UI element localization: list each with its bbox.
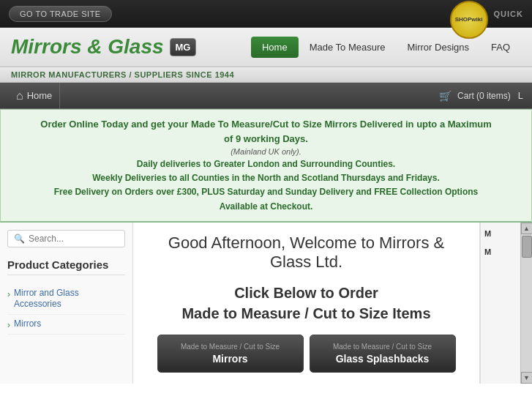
right-panel-item-2: M <box>484 247 517 258</box>
promo-line5: Weekly Deliveries to all Counties in the… <box>15 171 517 185</box>
promo-banner: Order Online Today and get your Made To … <box>0 109 532 223</box>
logo-area: Mirrors & Glass MG <box>11 35 196 59</box>
nav-item-made-to-measure[interactable]: Made To Measure <box>299 37 397 58</box>
category-arrow-icon: › <box>7 289 10 299</box>
quick-label: QUICK <box>494 10 523 18</box>
welcome-title: Good Afternoon, Welcome to Mirrors & Gla… <box>148 234 465 272</box>
category-label-mirrors: Mirrors <box>14 318 41 330</box>
login-area[interactable]: L <box>518 90 523 101</box>
splashbacks-button-main: Glass Splashbacks <box>321 353 444 365</box>
mirrors-button[interactable]: Made to Measure / Cut to Size Mirrors <box>157 335 304 373</box>
sidebar: 🔍 Product Categories › Mirror and Glass … <box>0 223 133 384</box>
login-label: L <box>518 90 523 101</box>
promo-line1: Order Online Today and get your Made To … <box>15 117 517 132</box>
home-nav-item[interactable]: ⌂ Home <box>9 83 60 108</box>
scroll-track <box>521 234 533 372</box>
logo-badge: MG <box>170 38 197 56</box>
cta-line1: Click Below to Order <box>234 285 378 301</box>
promo-line3: (Mainland UK only). <box>15 147 517 156</box>
promo-line6: Free Delivery on Orders over £300, PLUS … <box>15 185 517 199</box>
splashbacks-button[interactable]: Made to Measure / Cut to Size Glass Spla… <box>310 335 456 373</box>
go-to-trade-button[interactable]: GO TO TRADE SITE <box>9 6 112 22</box>
right-panel: M M <box>480 223 520 384</box>
shopwiki-badge: SHOPwiki <box>450 1 488 39</box>
home-icon: ⌂ <box>16 89 23 102</box>
mirrors-button-sub: Made to Measure / Cut to Size <box>169 343 292 351</box>
scroll-up-button[interactable]: ▲ <box>521 223 533 234</box>
tagline-text: MIRROR MANUFACTURERS / SUPPLIERS SINCE 1… <box>11 70 234 79</box>
cart-label: Cart (0 items) <box>457 91 511 101</box>
category-arrow-icon-2: › <box>7 320 10 330</box>
category-label-accessories: Mirror and Glass Accessories <box>14 288 125 310</box>
cta-text: Click Below to Order Made to Measure / C… <box>148 283 465 324</box>
cart-icon: 🛒 <box>439 90 452 102</box>
splashbacks-button-sub: Made to Measure / Cut to Size <box>321 343 444 351</box>
nav-item-mirror-designs[interactable]: Mirror Designs <box>396 37 480 58</box>
cart-area[interactable]: 🛒 Cart (0 items) <box>439 90 511 102</box>
logo-text: Mirrors & Glass <box>11 35 164 59</box>
main-content: Good Afternoon, Welcome to Mirrors & Gla… <box>133 223 480 384</box>
right-panel-item-1: M <box>484 228 517 239</box>
product-categories-title: Product Categories <box>7 258 125 275</box>
nav-item-faq[interactable]: FAQ <box>480 37 521 58</box>
product-buttons: Made to Measure / Cut to Size Mirrors Ma… <box>148 335 465 373</box>
scrollbar: ▲ ▼ <box>520 223 532 384</box>
nav-item-home[interactable]: Home <box>251 37 299 58</box>
cta-line2: Made to Measure / Cut to Size Items <box>181 305 430 321</box>
main-header: Mirrors & Glass MG Home Made To Measure … <box>0 28 532 67</box>
scroll-thumb[interactable] <box>522 236 532 258</box>
scroll-down-button[interactable]: ▼ <box>521 372 533 384</box>
promo-line2: of 9 working Days. <box>15 132 517 146</box>
top-bar: GO TO TRADE SITE SHOPwiki QUICK <box>0 0 532 28</box>
search-input[interactable] <box>29 234 119 244</box>
content-wrapper: 🔍 Product Categories › Mirror and Glass … <box>0 223 532 384</box>
secondary-nav: ⌂ Home 🛒 Cart (0 items) L <box>0 83 532 109</box>
promo-line4: Daily deliveries to Greater London and S… <box>15 157 517 171</box>
tagline-bar: MIRROR MANUFACTURERS / SUPPLIERS SINCE 1… <box>0 67 532 83</box>
category-item-mirrors[interactable]: › Mirrors <box>7 315 125 335</box>
category-item-accessories[interactable]: › Mirror and Glass Accessories <box>7 284 125 315</box>
search-box[interactable]: 🔍 <box>7 230 125 247</box>
home-nav-label: Home <box>27 90 53 101</box>
mirrors-button-main: Mirrors <box>169 353 292 365</box>
promo-line7: Available at Checkout. <box>15 200 517 214</box>
search-icon: 🔍 <box>14 234 25 244</box>
top-bar-right: SHOPwiki QUICK <box>450 0 523 33</box>
main-nav: Home Made To Measure Mirror Designs FAQ <box>251 37 521 58</box>
